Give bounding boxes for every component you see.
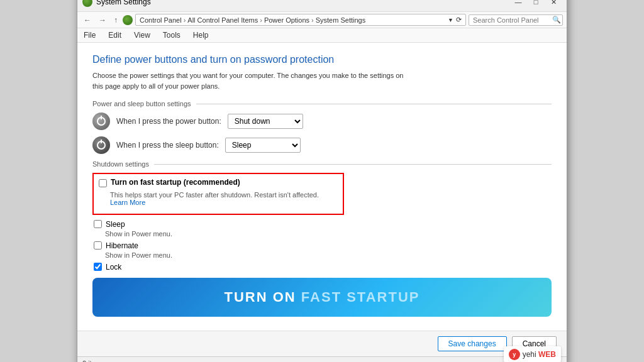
sleep-button-select[interactable]: Sleep Do nothing Hibernate [225,138,301,153]
content-area: Define power buttons and turn on passwor… [77,43,567,331]
power-button-row: When I press the power button: Shut down… [92,112,552,130]
back-button[interactable]: ← [81,14,94,26]
power-sleep-section-label: Power and sleep button settings [92,100,191,107]
shutdown-section-label: Shutdown settings [92,160,149,168]
sleep-option-row: Sleep [92,220,552,229]
page-description: Choose the power settings that you want … [92,70,407,91]
watermark-icon: y [509,349,520,360]
breadcrumb-part-2: All Control Panel Items [187,16,258,24]
page-title: Define power buttons and turn on passwor… [92,54,552,65]
title-bar-left: System Settings [82,0,151,7]
search-input[interactable] [469,14,563,26]
sleep-button-icon [92,136,110,154]
forward-button[interactable]: → [96,14,109,26]
fast-startup-checkbox-row: Turn on fast startup (recommended) [99,178,338,187]
window-title: System Settings [96,0,151,6]
window-icon [82,0,92,7]
watermark-text-bold: WEB [538,350,556,359]
breadcrumb-dropdown-icon[interactable]: ▼ [448,17,453,23]
watermark-badge: y yehi WEB [504,346,561,362]
hibernate-option-label: Hibernate [106,241,138,250]
menu-tools[interactable]: Tools [160,30,183,41]
refresh-icon[interactable]: ⟳ [456,16,462,24]
fast-startup-highlight-box: Turn on fast startup (recommended) This … [92,173,344,215]
breadcrumb-part-4: System Settings [316,16,365,24]
title-bar: System Settings — □ ✕ [77,0,567,12]
sleep-option-label: Sleep [106,220,125,229]
sleep-button-label: When I press the sleep button: [116,141,219,150]
breadcrumb: Control Panel › All Control Panel Items … [135,14,466,26]
learn-more-link[interactable]: Learn More [110,199,145,206]
menu-help[interactable]: Help [191,30,211,41]
save-changes-button[interactable]: Save changes [438,336,507,351]
sleep-option-desc: Show in Power menu. [105,230,552,238]
lock-option-row: Lock [92,263,552,272]
lock-option-checkbox[interactable] [94,263,102,271]
close-button[interactable]: ✕ [545,0,562,8]
hibernate-option-row: Hibernate [92,241,552,250]
power-button-label: When I press the power button: [116,117,221,126]
status-bar: 0 items Computer [77,356,567,362]
maximize-button[interactable]: □ [528,0,544,8]
search-icon-button[interactable]: 🔍 [552,16,561,24]
breadcrumb-part-1: Control Panel [140,16,182,24]
watermark-text: yehi WEB [523,350,556,359]
menu-edit[interactable]: Edit [106,30,124,41]
menu-view[interactable]: View [131,30,153,41]
hibernate-option-checkbox[interactable] [94,241,102,250]
power-button-icon [92,112,110,130]
fast-startup-desc: This helps start your PC faster after sh… [110,191,338,206]
status-items-count: 0 items [82,359,104,362]
banner-text-plain: TURN ON [225,289,301,305]
system-settings-window: System Settings — □ ✕ ← → ↑ Control Pane… [77,0,567,362]
power-icon-inner [97,117,106,126]
menu-file[interactable]: File [81,30,98,41]
menu-bar: File Edit View Tools Help [77,28,567,43]
banner-text: TURN ON FAST STARTUP [225,289,420,305]
sleep-button-row: When I press the sleep button: Sleep Do … [92,136,552,154]
breadcrumb-part-3: Power Options [264,16,309,24]
hibernate-option-desc: Show in Power menu. [105,251,552,259]
breadcrumb-sep-3: › [311,16,314,24]
breadcrumb-sep-2: › [260,16,262,24]
fast-startup-checkbox[interactable] [99,179,107,187]
address-bar: ← → ↑ Control Panel › All Control Panel … [77,12,567,28]
footer-bar: Save changes Cancel [77,331,567,356]
sleep-option-checkbox[interactable] [94,220,102,228]
banner-text-highlight: FAST STARTUP [301,289,420,305]
watermark-text-plain: yehi [523,350,538,359]
lock-option-label: Lock [106,263,121,272]
fast-startup-label: Turn on fast startup (recommended) [111,178,240,187]
title-bar-controls: — □ ✕ [510,0,562,8]
shutdown-section-header: Shutdown settings [92,160,552,168]
breadcrumb-sep-1: › [184,16,186,24]
power-button-select[interactable]: Shut down Sleep Do nothing Hibernate [228,114,303,129]
up-button[interactable]: ↑ [111,14,120,26]
address-bar-icon [123,15,133,25]
search-wrapper: 🔍 [469,14,563,26]
sleep-icon-inner [97,141,106,150]
fast-startup-banner: TURN ON FAST STARTUP [92,278,552,317]
power-sleep-section-header: Power and sleep button settings [92,100,552,107]
minimize-button[interactable]: — [510,0,526,8]
